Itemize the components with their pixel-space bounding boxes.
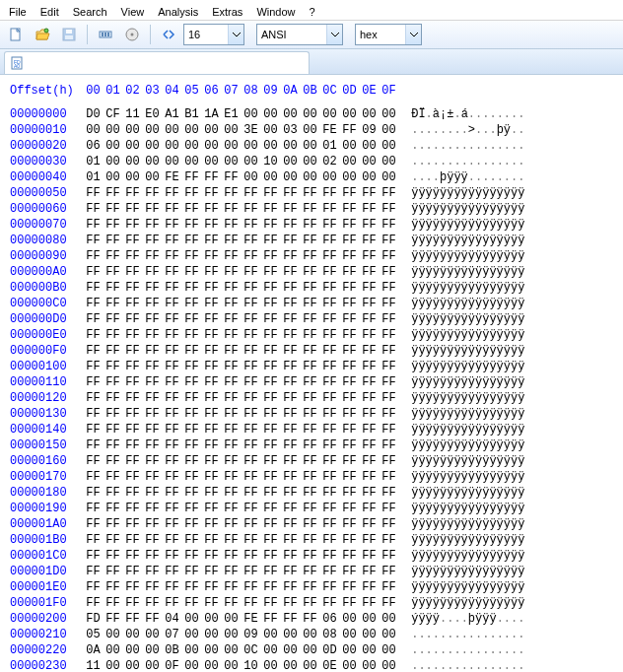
row-ascii[interactable]: ÿÿÿÿÿÿÿÿÿÿÿÿÿÿÿÿ <box>411 390 524 406</box>
row-ascii[interactable]: ÿÿÿÿÿÿÿÿÿÿÿÿÿÿÿÿ <box>411 453 524 469</box>
hex-row[interactable]: 00000000 D0CF11E0A1B11AE1000000000000000… <box>10 106 613 122</box>
menu-file[interactable]: File <box>2 0 34 20</box>
row-ascii[interactable]: ÿÿÿÿÿÿÿÿÿÿÿÿÿÿÿÿ <box>411 501 524 516</box>
hex-row[interactable]: 000000C0 FFFFFFFFFFFFFFFFFFFFFFFFFFFFFFF… <box>10 296 613 311</box>
row-ascii[interactable]: ÿÿÿÿÿÿÿÿÿÿÿÿÿÿÿÿ <box>411 516 524 532</box>
row-hex[interactable]: FFFFFFFFFFFFFFFFFFFFFFFFFFFFFFFF <box>86 469 401 485</box>
row-hex[interactable]: FFFFFFFFFFFFFFFFFFFFFFFFFFFFFFFF <box>86 327 401 343</box>
row-hex[interactable]: FFFFFFFFFFFFFFFFFFFFFFFFFFFFFFFF <box>86 264 401 280</box>
row-ascii[interactable]: ÿÿÿÿÿÿÿÿÿÿÿÿÿÿÿÿ <box>411 233 524 248</box>
row-ascii[interactable]: ÿÿÿÿÿÿÿÿÿÿÿÿÿÿÿÿ <box>411 548 524 564</box>
bytes-per-row-select[interactable]: 16 <box>183 24 244 45</box>
datatype-select[interactable]: hex <box>355 24 422 45</box>
row-ascii[interactable]: ÐÏ.à¡±.á........ <box>411 106 524 122</box>
hex-row[interactable]: 000001E0 FFFFFFFFFFFFFFFFFFFFFFFFFFFFFFF… <box>10 579 613 595</box>
row-ascii[interactable]: ÿÿÿÿÿÿÿÿÿÿÿÿÿÿÿÿ <box>411 579 524 595</box>
hex-row[interactable]: 000001A0 FFFFFFFFFFFFFFFFFFFFFFFFFFFFFFF… <box>10 516 613 532</box>
hex-row[interactable]: 00000120 FFFFFFFFFFFFFFFFFFFFFFFFFFFFFFF… <box>10 390 613 406</box>
row-ascii[interactable]: ÿÿÿÿÿÿÿÿÿÿÿÿÿÿÿÿ <box>411 374 524 390</box>
row-hex[interactable]: 06000000000000000000000001000000 <box>86 138 401 154</box>
hex-row[interactable]: 00000150 FFFFFFFFFFFFFFFFFFFFFFFFFFFFFFF… <box>10 437 613 453</box>
row-ascii[interactable]: ÿÿÿÿÿÿÿÿÿÿÿÿÿÿÿÿ <box>411 327 524 343</box>
row-ascii[interactable]: ÿÿÿÿÿÿÿÿÿÿÿÿÿÿÿÿ <box>411 595 524 611</box>
row-hex[interactable]: FFFFFFFFFFFFFFFFFFFFFFFFFFFFFFFF <box>86 501 401 516</box>
row-ascii[interactable]: ÿÿÿÿÿÿÿÿÿÿÿÿÿÿÿÿ <box>411 264 524 280</box>
hex-row[interactable]: 00000110 FFFFFFFFFFFFFFFFFFFFFFFFFFFFFFF… <box>10 374 613 390</box>
row-hex[interactable]: 05000000070000000900000008000000 <box>86 627 401 642</box>
row-hex[interactable]: FFFFFFFFFFFFFFFFFFFFFFFFFFFFFFFF <box>86 248 401 264</box>
open-file-button[interactable] <box>31 23 54 46</box>
row-hex[interactable]: FFFFFFFFFFFFFFFFFFFFFFFFFFFFFFFF <box>86 406 401 422</box>
row-ascii[interactable]: ................ <box>411 154 524 169</box>
menu-view[interactable]: View <box>114 0 152 20</box>
row-ascii[interactable]: ÿÿÿÿÿÿÿÿÿÿÿÿÿÿÿÿ <box>411 359 524 374</box>
hex-row[interactable]: 00000010 00000000000000003E000300FEFF090… <box>10 122 613 138</box>
hex-view[interactable]: Offset(h) 000102030405060708090A0B0C0D0E… <box>0 75 623 672</box>
menu-analysis[interactable]: Analysis <box>151 0 205 20</box>
row-ascii[interactable]: ÿÿÿÿÿÿÿÿÿÿÿÿÿÿÿÿ <box>411 201 524 217</box>
row-hex[interactable]: FFFFFFFFFFFFFFFFFFFFFFFFFFFFFFFF <box>86 374 401 390</box>
row-ascii[interactable]: ÿÿÿÿÿÿÿÿÿÿÿÿÿÿÿÿ <box>411 564 524 579</box>
hex-row[interactable]: 00000160 FFFFFFFFFFFFFFFFFFFFFFFFFFFFFFF… <box>10 453 613 469</box>
row-ascii[interactable]: ÿÿÿÿÿÿÿÿÿÿÿÿÿÿÿÿ <box>411 406 524 422</box>
row-ascii[interactable]: ....þÿÿÿ........ <box>411 169 524 185</box>
save-button[interactable] <box>57 23 81 46</box>
row-hex[interactable]: FFFFFFFFFFFFFFFFFFFFFFFFFFFFFFFF <box>86 595 401 611</box>
row-hex[interactable]: FFFFFFFFFFFFFFFFFFFFFFFFFFFFFFFF <box>86 548 401 564</box>
hex-row[interactable]: 000001D0 FFFFFFFFFFFFFFFFFFFFFFFFFFFFFFF… <box>10 564 613 579</box>
row-ascii[interactable]: ýÿÿÿ....þÿÿÿ.... <box>411 611 524 627</box>
hex-row[interactable]: 00000130 FFFFFFFFFFFFFFFFFFFFFFFFFFFFFFF… <box>10 406 613 422</box>
row-hex[interactable]: FFFFFFFFFFFFFFFFFFFFFFFFFFFFFFFF <box>86 359 401 374</box>
hex-row[interactable]: 00000050 FFFFFFFFFFFFFFFFFFFFFFFFFFFFFFF… <box>10 185 613 201</box>
row-ascii[interactable]: ................ <box>411 138 524 154</box>
menu-extras[interactable]: Extras <box>205 0 249 20</box>
row-hex[interactable]: FFFFFFFFFFFFFFFFFFFFFFFFFFFFFFFF <box>86 280 401 296</box>
row-hex[interactable]: FFFFFFFFFFFFFFFFFFFFFFFFFFFFFFFF <box>86 579 401 595</box>
row-hex[interactable]: FFFFFFFFFFFFFFFFFFFFFFFFFFFFFFFF <box>86 233 401 248</box>
hex-row[interactable]: 000000A0 FFFFFFFFFFFFFFFFFFFFFFFFFFFFFFF… <box>10 264 613 280</box>
hex-row[interactable]: 00000180 FFFFFFFFFFFFFFFFFFFFFFFFFFFFFFF… <box>10 485 613 501</box>
menu-search[interactable]: Search <box>66 0 114 20</box>
row-ascii[interactable]: ................ <box>411 658 524 672</box>
ram-button[interactable] <box>94 23 117 46</box>
row-ascii[interactable]: ÿÿÿÿÿÿÿÿÿÿÿÿÿÿÿÿ <box>411 296 524 311</box>
row-ascii[interactable]: ÿÿÿÿÿÿÿÿÿÿÿÿÿÿÿÿ <box>411 343 524 359</box>
row-hex[interactable]: FFFFFFFFFFFFFFFFFFFFFFFFFFFFFFFF <box>86 201 401 217</box>
hex-row[interactable]: 00000210 0500000007000000090000000800000… <box>10 627 613 642</box>
row-ascii[interactable]: ÿÿÿÿÿÿÿÿÿÿÿÿÿÿÿÿ <box>411 185 524 201</box>
row-hex[interactable]: 110000000F000000100000000E000000 <box>86 658 401 672</box>
row-ascii[interactable]: ÿÿÿÿÿÿÿÿÿÿÿÿÿÿÿÿ <box>411 422 524 437</box>
row-hex[interactable]: FFFFFFFFFFFFFFFFFFFFFFFFFFFFFFFF <box>86 485 401 501</box>
hex-row[interactable]: 000001C0 FFFFFFFFFFFFFFFFFFFFFFFFFFFFFFF… <box>10 548 613 564</box>
row-ascii[interactable]: ÿÿÿÿÿÿÿÿÿÿÿÿÿÿÿÿ <box>411 437 524 453</box>
hex-row[interactable]: 000001B0 FFFFFFFFFFFFFFFFFFFFFFFFFFFFFFF… <box>10 532 613 548</box>
row-ascii[interactable]: ÿÿÿÿÿÿÿÿÿÿÿÿÿÿÿÿ <box>411 280 524 296</box>
menu-window[interactable]: Window <box>249 0 302 20</box>
row-ascii[interactable]: ........>...þÿ.. <box>411 122 524 138</box>
row-ascii[interactable]: ÿÿÿÿÿÿÿÿÿÿÿÿÿÿÿÿ <box>411 532 524 548</box>
row-hex[interactable]: FFFFFFFFFFFFFFFFFFFFFFFFFFFFFFFF <box>86 532 401 548</box>
row-hex[interactable]: FFFFFFFFFFFFFFFFFFFFFFFFFFFFFFFF <box>86 311 401 327</box>
hex-row[interactable]: 00000020 0600000000000000000000000100000… <box>10 138 613 154</box>
hex-row[interactable]: 00000060 FFFFFFFFFFFFFFFFFFFFFFFFFFFFFFF… <box>10 201 613 217</box>
hex-row[interactable]: 00000230 110000000F000000100000000E00000… <box>10 658 613 672</box>
row-hex[interactable]: FFFFFFFFFFFFFFFFFFFFFFFFFFFFFFFF <box>86 217 401 233</box>
row-hex[interactable]: FFFFFFFFFFFFFFFFFFFFFFFFFFFFFFFF <box>86 453 401 469</box>
hex-row[interactable]: 00000140 FFFFFFFFFFFFFFFFFFFFFFFFFFFFFFF… <box>10 422 613 437</box>
row-hex[interactable]: FFFFFFFFFFFFFFFFFFFFFFFFFFFFFFFF <box>86 516 401 532</box>
row-hex[interactable]: 00000000000000003E000300FEFF0900 <box>86 122 401 138</box>
row-hex[interactable]: FFFFFFFFFFFFFFFFFFFFFFFFFFFFFFFF <box>86 437 401 453</box>
row-hex[interactable]: FFFFFFFFFFFFFFFFFFFFFFFFFFFFFFFF <box>86 390 401 406</box>
row-ascii[interactable]: ÿÿÿÿÿÿÿÿÿÿÿÿÿÿÿÿ <box>411 248 524 264</box>
columns-button[interactable] <box>157 23 180 46</box>
hex-row[interactable]: 000000F0 FFFFFFFFFFFFFFFFFFFFFFFFFFFFFFF… <box>10 343 613 359</box>
hex-row[interactable]: 00000170 FFFFFFFFFFFFFFFFFFFFFFFFFFFFFFF… <box>10 469 613 485</box>
row-hex[interactable]: 0A0000000B0000000C0000000D000000 <box>86 642 401 658</box>
hex-row[interactable]: 00000090 FFFFFFFFFFFFFFFFFFFFFFFFFFFFFFF… <box>10 248 613 264</box>
hex-row[interactable]: 000000D0 FFFFFFFFFFFFFFFFFFFFFFFFFFFFFFF… <box>10 311 613 327</box>
hex-row[interactable]: 00000190 FFFFFFFFFFFFFFFFFFFFFFFFFFFFFFF… <box>10 501 613 516</box>
menu-?[interactable]: ? <box>303 0 322 20</box>
hex-row[interactable]: 00000070 FFFFFFFFFFFFFFFFFFFFFFFFFFFFFFF… <box>10 217 613 233</box>
row-hex[interactable]: D0CF11E0A1B11AE10000000000000000 <box>86 106 401 122</box>
hex-row[interactable]: 00000030 0100000000000000001000000200000… <box>10 154 613 169</box>
